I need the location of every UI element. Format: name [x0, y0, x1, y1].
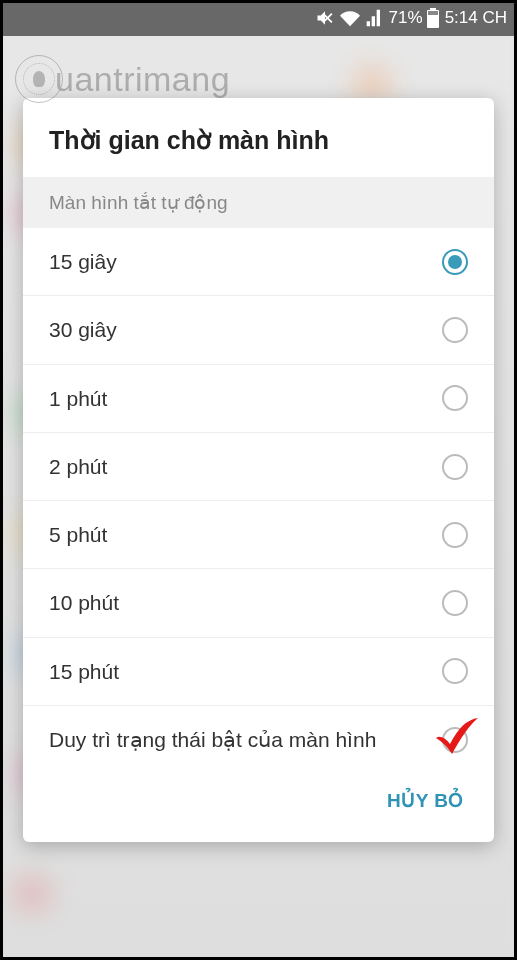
option-keep-screen-on[interactable]: Duy trì trạng thái bật của màn hình: [23, 706, 494, 773]
battery-icon: [427, 8, 439, 28]
signal-icon: [365, 8, 385, 28]
svg-rect-3: [428, 11, 438, 15]
status-bar: 71% 5:14 CH: [0, 0, 517, 36]
option-15-minutes[interactable]: 15 phút: [23, 638, 494, 706]
radio-unselected-icon: [442, 727, 468, 753]
screen-timeout-dialog: Thời gian chờ màn hình Màn hình tắt tự đ…: [23, 98, 494, 842]
dialog-title: Thời gian chờ màn hình: [23, 98, 494, 177]
cancel-button[interactable]: HỦY BỎ: [383, 781, 468, 820]
option-5-minutes[interactable]: 5 phút: [23, 501, 494, 569]
radio-unselected-icon: [442, 454, 468, 480]
section-header: Màn hình tắt tự động: [23, 177, 494, 228]
radio-unselected-icon: [442, 385, 468, 411]
option-30-seconds[interactable]: 30 giây: [23, 296, 494, 364]
clock-time: 5:14 CH: [445, 8, 507, 28]
option-label: 15 giây: [49, 248, 117, 275]
watermark: uantrimang: [15, 55, 230, 103]
option-label: 15 phút: [49, 658, 119, 685]
radio-unselected-icon: [442, 590, 468, 616]
radio-unselected-icon: [442, 317, 468, 343]
option-label: 10 phút: [49, 589, 119, 616]
svg-rect-2: [428, 15, 438, 27]
option-label: Duy trì trạng thái bật của màn hình: [49, 726, 376, 753]
watermark-lightbulb-icon: [15, 55, 63, 103]
radio-unselected-icon: [442, 522, 468, 548]
radio-selected-icon: [442, 249, 468, 275]
option-1-minute[interactable]: 1 phút: [23, 365, 494, 433]
option-list: 15 giây 30 giây 1 phút 2 phút 5 phút 10 …: [23, 228, 494, 773]
option-label: 2 phút: [49, 453, 107, 480]
dialog-actions: HỦY BỎ: [23, 773, 494, 842]
battery-percent: 71%: [389, 8, 423, 28]
wifi-icon: [339, 8, 361, 28]
option-label: 5 phút: [49, 521, 107, 548]
option-label: 30 giây: [49, 316, 117, 343]
svg-rect-1: [430, 8, 436, 10]
watermark-text: uantrimang: [55, 60, 230, 99]
option-label: 1 phút: [49, 385, 107, 412]
option-2-minutes[interactable]: 2 phút: [23, 433, 494, 501]
option-15-seconds[interactable]: 15 giây: [23, 228, 494, 296]
radio-unselected-icon: [442, 658, 468, 684]
option-10-minutes[interactable]: 10 phút: [23, 569, 494, 637]
mute-icon: [315, 8, 335, 28]
